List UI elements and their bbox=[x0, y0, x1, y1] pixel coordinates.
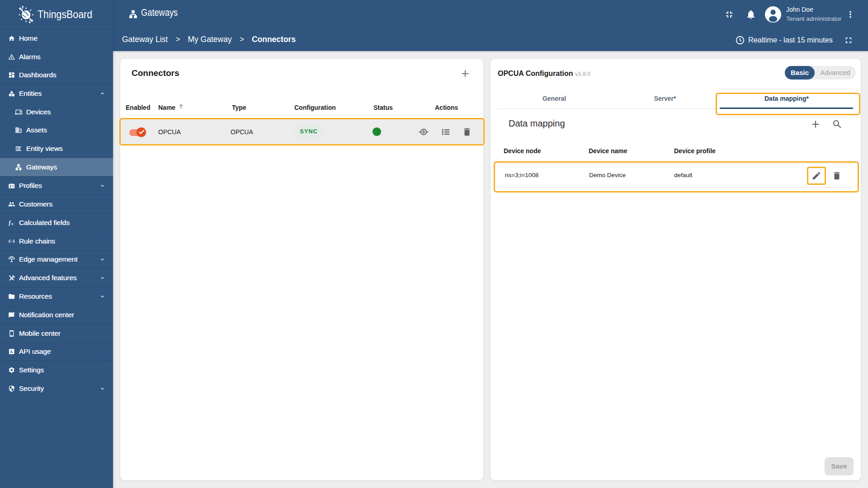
svg-text:f: f bbox=[9, 220, 11, 226]
svg-text:x: x bbox=[11, 222, 14, 226]
